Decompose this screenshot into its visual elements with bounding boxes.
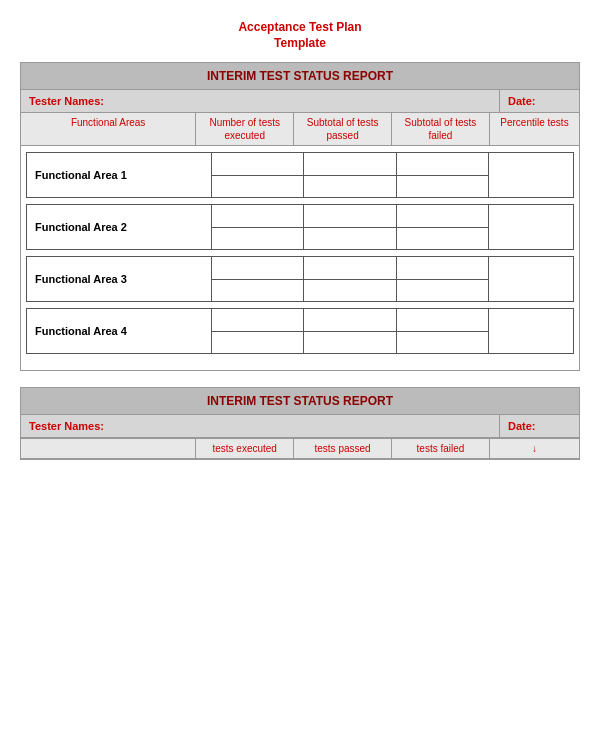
fa-row-3: Functional Area 3 xyxy=(26,256,574,302)
fa-label-2: Functional Area 2 xyxy=(27,205,212,249)
tester-label-2: Tester Names: xyxy=(21,415,499,437)
fa-cell-bottom xyxy=(304,176,395,198)
fa-cell-exec-4 xyxy=(212,309,304,353)
fa-cell-pass-1 xyxy=(304,153,396,197)
col-exec-header: Number of tests executed xyxy=(196,113,294,145)
fa-cell-fail-3 xyxy=(397,257,489,301)
fa-cell-fail-4 xyxy=(397,309,489,353)
fa-label-3: Functional Area 3 xyxy=(27,257,212,301)
report-block-1: INTERIM TEST STATUS REPORT Tester Names:… xyxy=(20,62,580,371)
fa-cell-fail-1 xyxy=(397,153,489,197)
fa-cell-exec-2 xyxy=(212,205,304,249)
fa-cell-top xyxy=(304,153,395,176)
fa-label-4: Functional Area 4 xyxy=(27,309,212,353)
fa-cell-bottom xyxy=(212,176,303,198)
fa-cell-top xyxy=(212,153,303,176)
fa-cell-fail-2 xyxy=(397,205,489,249)
tester-row-1: Tester Names: Date: xyxy=(21,90,579,113)
col-headers-2: tests executed tests passed tests failed… xyxy=(21,438,579,459)
date-label-2: Date: xyxy=(499,415,579,437)
fa-row-4: Functional Area 4 xyxy=(26,308,574,354)
col-func-header: Functional Areas xyxy=(21,113,196,145)
col-fail-header: Subtotal of tests failed xyxy=(392,113,490,145)
col-headers-1: Functional Areas Number of tests execute… xyxy=(21,113,579,146)
col-pct-header: Percentile tests xyxy=(490,113,579,145)
fa-cell-pct-3 xyxy=(489,257,573,301)
tester-row-2: Tester Names: Date: xyxy=(21,415,579,438)
fa-cell-bottom xyxy=(397,176,488,198)
fa-label-1: Functional Area 1 xyxy=(27,153,212,197)
report-header-2: INTERIM TEST STATUS REPORT xyxy=(21,388,579,415)
fa-cell-pct-2 xyxy=(489,205,573,249)
fa-cell-pass-3 xyxy=(304,257,396,301)
fa-cell-top xyxy=(397,153,488,176)
date-label-1: Date: xyxy=(499,90,579,112)
col-exec-header-2: tests executed xyxy=(196,439,294,458)
report-block-2: INTERIM TEST STATUS REPORT Tester Names:… xyxy=(20,387,580,460)
fa-row-1: Functional Area 1 xyxy=(26,152,574,198)
page-title: Acceptance Test Plan xyxy=(20,20,580,34)
col-func-header-2 xyxy=(21,439,196,458)
fa-row-2: Functional Area 2 xyxy=(26,204,574,250)
col-pass-header-2: tests passed xyxy=(294,439,392,458)
fa-cell-pct-4 xyxy=(489,309,573,353)
report-header-1: INTERIM TEST STATUS REPORT xyxy=(21,63,579,90)
fa-cell-pass-4 xyxy=(304,309,396,353)
fa-cell-exec-3 xyxy=(212,257,304,301)
tester-label-1: Tester Names: xyxy=(21,90,499,112)
fa-cell-pct-1 xyxy=(489,153,573,197)
fa-cell-exec-1 xyxy=(212,153,304,197)
col-pct-header-2: ↓ xyxy=(490,439,579,458)
fa-cell-pass-2 xyxy=(304,205,396,249)
col-pass-header: Subtotal of tests passed xyxy=(294,113,392,145)
col-fail-header-2: tests failed xyxy=(392,439,490,458)
page-subtitle: Template xyxy=(20,36,580,50)
